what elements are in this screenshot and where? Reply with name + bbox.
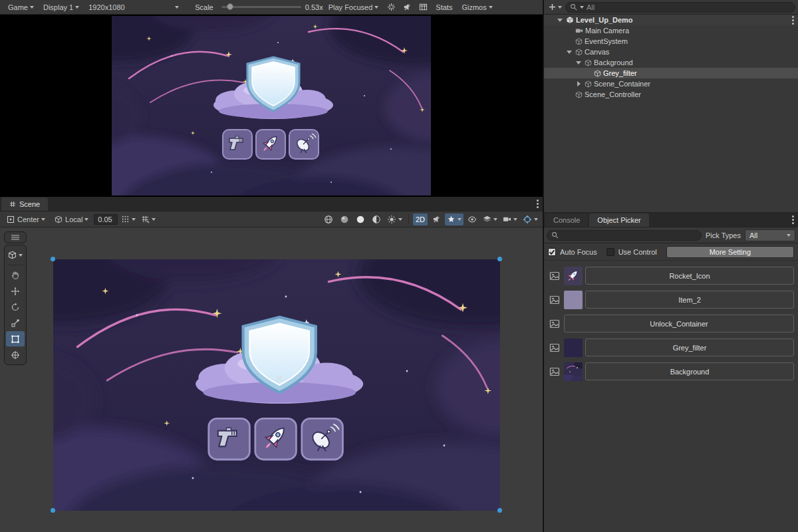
hierarchy-menu-icon[interactable] [788, 15, 798, 26]
chevron-down-icon [84, 218, 88, 221]
resolution-dropdown[interactable]: 1920x1080 [84, 2, 183, 13]
tool-context-dropdown[interactable] [6, 247, 25, 263]
moon-toggle-icon[interactable] [369, 213, 384, 225]
scene-audio-icon[interactable] [429, 213, 444, 225]
scene-viewport[interactable] [0, 227, 543, 532]
rotate-tool-button[interactable] [6, 299, 25, 315]
picker-search-input[interactable] [547, 230, 702, 241]
hierarchy-item-eventsystem[interactable]: EventSystem [544, 36, 798, 47]
layers-dropdown[interactable] [481, 213, 499, 225]
picker-panel-menu-icon[interactable] [788, 214, 798, 225]
scene-tabstrip: Scene [0, 197, 543, 211]
game-view-menu[interactable]: Game [4, 2, 38, 13]
game-viewport[interactable] [0, 15, 543, 197]
layers-icon [483, 215, 491, 223]
selection-handle-top-right[interactable] [497, 257, 502, 261]
tab-object-picker[interactable]: Object Picker [589, 213, 648, 227]
shaded-sphere-icon[interactable] [337, 213, 352, 225]
pivot-dropdown[interactable]: Center [3, 214, 49, 225]
selection-handle-bottom-right[interactable] [497, 508, 502, 513]
create-object-dropdown[interactable] [547, 1, 564, 13]
picker-item-button-grey-filter[interactable]: Grey_filter [585, 338, 794, 356]
grid-snap-dropdown[interactable] [119, 213, 138, 225]
play-focused-dropdown[interactable]: Play Focused [325, 2, 383, 13]
expander-icon[interactable] [576, 61, 581, 65]
hierarchy-item-scene-container[interactable]: Scene_Container [544, 78, 798, 89]
hierarchy-item-scene-controller[interactable]: Scene_Controller [544, 89, 798, 100]
stats-button[interactable]: Stats [432, 2, 456, 13]
scale-icon [11, 319, 20, 328]
selection-handle-top-left[interactable] [51, 257, 55, 261]
scale-slider-knob[interactable] [227, 3, 233, 10]
expander-icon[interactable] [557, 19, 563, 22]
scale-tool-button[interactable] [6, 315, 25, 331]
pick-types-dropdown[interactable]: All [745, 229, 795, 241]
weapon-button[interactable] [223, 130, 252, 159]
weapon-button[interactable] [209, 418, 250, 460]
chevron-down-icon [513, 218, 517, 221]
gameobject-icon [585, 59, 592, 66]
hierarchy-search-input[interactable]: All [565, 2, 795, 13]
skybox-toggle-icon[interactable] [353, 213, 368, 225]
rocket-button[interactable] [256, 130, 285, 159]
search-icon [551, 231, 559, 239]
scene-canvas-selection[interactable] [53, 259, 500, 511]
rect-tool-button[interactable] [6, 331, 25, 346]
hierarchy-item-grey-filter[interactable]: Grey_filter [544, 68, 798, 78]
image-component-icon [548, 269, 561, 283]
chevron-down-icon [175, 6, 179, 9]
tab-scene[interactable]: Scene [1, 198, 48, 211]
snap-increment-dropdown[interactable] [139, 213, 158, 225]
item-label: EventSystem [585, 37, 628, 45]
image-component-icon [548, 293, 561, 307]
pivot-gizmo-icon[interactable] [275, 374, 284, 383]
effects-dropdown[interactable] [445, 213, 464, 225]
scene-row-level-up-demo[interactable]: Level_Up_Demo [544, 15, 798, 25]
move-tool-button[interactable] [6, 283, 25, 299]
orientation-dropdown[interactable]: Local [51, 214, 92, 225]
rocket-button[interactable] [255, 418, 297, 460]
hierarchy-item-main-camera[interactable]: Main Camera [544, 25, 798, 36]
grid-size-input[interactable]: 0.05 [94, 214, 118, 225]
picker-item-button-item-2[interactable]: Item_2 [585, 291, 794, 309]
lighting-dropdown[interactable] [385, 213, 404, 225]
picker-item-button-background[interactable]: Background [585, 362, 794, 380]
hierarchy-item-background[interactable]: Background [544, 57, 798, 68]
flare-icon[interactable] [384, 1, 398, 13]
scene-camera-dropdown[interactable] [501, 213, 519, 225]
gameobject-icon [575, 91, 583, 98]
selection-handle-bottom-left[interactable] [51, 508, 55, 513]
mode-2d-button[interactable]: 2D [413, 213, 428, 225]
scene-tab-icon [9, 201, 16, 207]
display-dropdown[interactable]: Display 1 [39, 2, 83, 13]
hand-tool-button[interactable] [6, 267, 25, 283]
image-component-icon [548, 365, 561, 378]
satellite-button[interactable] [289, 130, 319, 159]
rotate-icon [11, 303, 20, 312]
picker-list: Rocket_Icon Item_2 Unlock_Container Grey… [544, 261, 798, 532]
gizmo-nav-dropdown[interactable] [521, 213, 540, 225]
visibility-eye-icon[interactable] [465, 213, 479, 225]
picker-item-button-unlock-container[interactable]: Unlock_Container [564, 315, 794, 332]
scale-slider[interactable] [221, 6, 301, 8]
hierarchy-item-canvas[interactable]: Canvas [544, 47, 798, 57]
gizmos-dropdown[interactable]: Gizmos [458, 2, 496, 13]
tools-overlay [4, 245, 27, 365]
overlay-grip[interactable] [4, 231, 27, 243]
auto-focus-checkbox[interactable] [548, 248, 556, 256]
tab-console[interactable]: Console [545, 213, 588, 227]
picker-item-button-rocket-icon[interactable]: Rocket_Icon [585, 267, 794, 285]
scene-panel-menu-icon[interactable] [533, 198, 543, 209]
audio-mute-icon[interactable] [400, 1, 414, 13]
use-control-checkbox[interactable] [606, 248, 614, 256]
satellite-button[interactable] [302, 418, 343, 460]
expander-icon[interactable] [567, 51, 572, 54]
more-setting-button[interactable]: More Setting [666, 246, 794, 258]
scene-tab-label: Scene [19, 200, 40, 208]
expander-icon[interactable] [577, 81, 581, 86]
chevron-down-icon [534, 218, 538, 221]
vsync-grid-icon[interactable] [416, 1, 430, 13]
auto-focus-label: Auto Focus [560, 248, 597, 256]
transform-tool-button[interactable] [6, 347, 25, 362]
render-mode-globe-icon[interactable] [321, 213, 336, 225]
